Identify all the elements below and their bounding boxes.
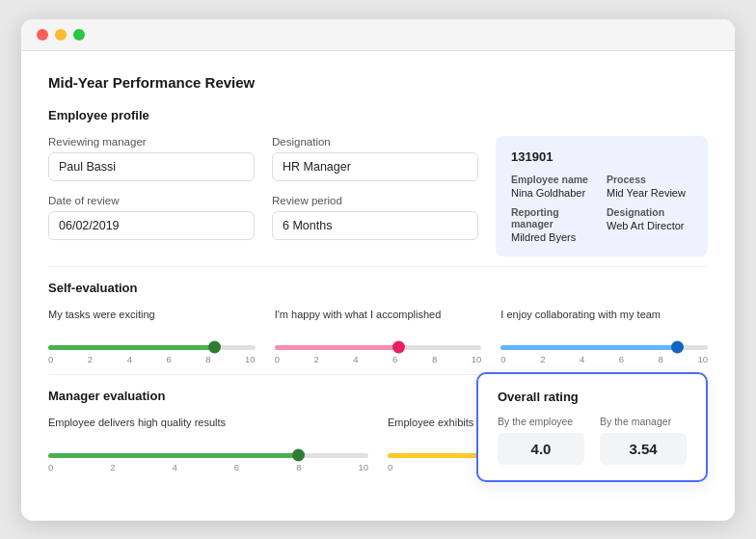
by-manager-label: By the manager	[600, 416, 687, 427]
slider-track-container-0[interactable]	[48, 453, 368, 458]
info-designation-val: Web Art Director	[607, 220, 692, 231]
review-period-label: Review period	[272, 195, 478, 206]
date-of-review-input[interactable]	[48, 211, 255, 240]
designation-label: Designation	[272, 136, 478, 148]
tick-label: 10	[245, 354, 256, 364]
main-content: Mid-Year Performance Review Employee pro…	[21, 51, 735, 498]
slider-ticks-0: 0246810	[48, 462, 368, 472]
profile-form: Reviewing manager Designation Date of re…	[48, 136, 478, 256]
tick-label: 0	[500, 354, 505, 364]
tick-label: 2	[313, 354, 318, 364]
tick-label: 4	[127, 354, 132, 364]
slider-group-0: Employee delivers high quality results02…	[48, 417, 368, 472]
titlebar	[21, 19, 735, 51]
process-val: Mid Year Review	[607, 187, 692, 199]
slider-thumb-0[interactable]	[292, 449, 305, 462]
by-employee-value: 4.0	[498, 433, 584, 465]
employee-name-field: Employee name Nina Goldhaber	[511, 174, 597, 199]
slider-label-0: My tasks were exciting	[48, 309, 256, 337]
tick-label: 8	[296, 462, 301, 472]
slider-thumb-1[interactable]	[392, 341, 405, 354]
slider-fill-0	[48, 453, 298, 458]
info-card-id: 131901	[511, 149, 692, 164]
tick-label: 4	[173, 462, 177, 472]
employee-name-val: Nina Goldhaber	[511, 187, 597, 199]
slider-track-1	[275, 345, 482, 350]
slider-group-2: I enjoy collaborating with my team024681…	[500, 309, 708, 364]
by-manager-col: By the manager 3.54	[600, 416, 687, 465]
reporting-manager-key: Reporting manager	[511, 206, 597, 229]
reporting-manager-val: Mildred Byers	[511, 231, 597, 243]
info-card-grid: Employee name Nina Goldhaber Process Mid…	[511, 174, 692, 243]
slider-track-0	[48, 345, 256, 350]
tick-label: 8	[432, 354, 437, 364]
divider-1	[48, 266, 708, 267]
slider-track-2	[500, 345, 708, 350]
slider-group-0: My tasks were exciting0246810	[48, 309, 256, 364]
slider-label-2: I enjoy collaborating with my team	[500, 309, 708, 337]
reviewing-manager-label: Reviewing manager	[48, 136, 255, 148]
info-designation-field: Designation Web Art Director	[607, 206, 692, 243]
date-of-review-group: Date of review	[48, 195, 255, 240]
slider-thumb-2[interactable]	[671, 341, 684, 354]
close-dot[interactable]	[37, 29, 48, 40]
review-period-group: Review period	[272, 195, 478, 240]
maximize-dot[interactable]	[73, 29, 85, 40]
tick-label: 0	[48, 354, 53, 364]
employee-profile-title: Employee profile	[48, 108, 708, 122]
process-key: Process	[607, 174, 692, 185]
overall-rating-card: Overall rating By the employee 4.0 By th…	[476, 372, 708, 482]
process-field: Process Mid Year Review	[607, 174, 692, 199]
tick-label: 0	[275, 354, 280, 364]
slider-group-1: I'm happy with what I accomplished024681…	[275, 309, 482, 364]
slider-track-container-1[interactable]	[275, 345, 482, 350]
reviewing-manager-input[interactable]	[48, 152, 255, 181]
self-evaluation-section: Self-evaluation My tasks were exciting02…	[48, 281, 708, 364]
page-title: Mid-Year Performance Review	[48, 74, 708, 91]
slider-fill-2	[500, 345, 676, 350]
tick-label: 4	[353, 354, 358, 364]
self-evaluation-title: Self-evaluation	[48, 281, 708, 295]
tick-label: 0	[388, 462, 392, 472]
by-manager-value: 3.54	[600, 433, 687, 465]
slider-ticks-2: 0246810	[500, 354, 708, 364]
tick-label: 6	[392, 354, 397, 364]
tick-label: 6	[619, 354, 624, 364]
by-employee-label: By the employee	[498, 416, 584, 427]
tick-label: 8	[205, 354, 210, 364]
tick-label: 4	[580, 354, 584, 364]
date-of-review-label: Date of review	[48, 195, 255, 206]
tick-label: 10	[472, 354, 482, 364]
designation-group: Designation	[272, 136, 478, 181]
info-designation-key: Designation	[607, 206, 692, 218]
slider-label-0: Employee delivers high quality results	[48, 417, 368, 445]
tick-label: 10	[697, 354, 708, 364]
slider-track-container-2[interactable]	[500, 345, 708, 350]
overall-rating-title: Overall rating	[498, 390, 687, 404]
employee-profile-section: Reviewing manager Designation Date of re…	[48, 136, 708, 256]
slider-fill-1	[275, 345, 399, 350]
slider-label-1: I'm happy with what I accomplished	[275, 309, 482, 337]
review-period-input[interactable]	[272, 211, 478, 240]
slider-ticks-1: 0246810	[275, 354, 482, 364]
tick-label: 0	[48, 462, 53, 472]
reporting-manager-field: Reporting manager Mildred Byers	[511, 206, 597, 243]
slider-thumb-0[interactable]	[208, 341, 221, 354]
tick-label: 10	[358, 462, 368, 472]
self-eval-sliders-row: My tasks were exciting0246810I'm happy w…	[48, 309, 708, 364]
designation-input[interactable]	[272, 152, 478, 181]
info-card: 131901 Employee name Nina Goldhaber Proc…	[496, 136, 708, 256]
slider-track-0	[48, 453, 368, 458]
slider-track-container-0[interactable]	[48, 345, 256, 350]
tick-label: 6	[166, 354, 171, 364]
tick-label: 2	[110, 462, 115, 472]
by-employee-col: By the employee 4.0	[498, 416, 584, 465]
tick-label: 2	[88, 354, 93, 364]
reviewing-manager-group: Reviewing manager	[48, 136, 255, 181]
tick-label: 8	[659, 354, 663, 364]
slider-fill-0	[48, 345, 214, 350]
minimize-dot[interactable]	[55, 29, 67, 40]
app-window: Mid-Year Performance Review Employee pro…	[21, 19, 735, 521]
tick-label: 6	[234, 462, 239, 472]
tick-label: 2	[540, 354, 545, 364]
